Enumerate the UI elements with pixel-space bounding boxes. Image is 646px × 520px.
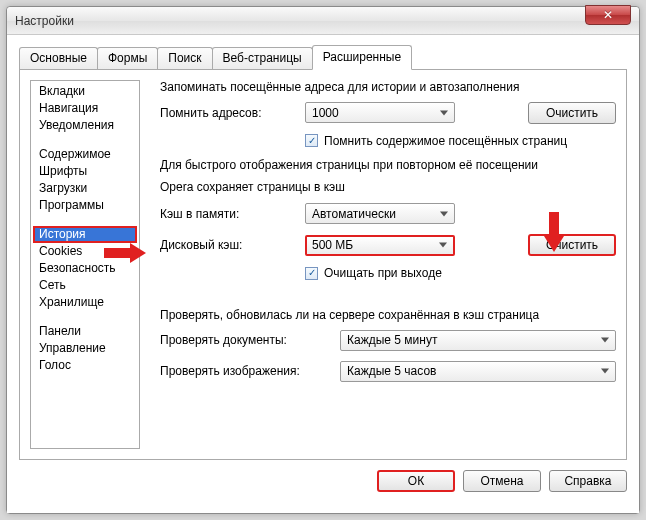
tab-search[interactable]: Поиск bbox=[157, 47, 212, 69]
sidebar-item-notifications[interactable]: Уведомления bbox=[33, 117, 137, 134]
sidebar: Вкладки Навигация Уведомления Содержимое… bbox=[30, 80, 140, 449]
chevron-down-icon bbox=[440, 110, 448, 115]
tab-basic[interactable]: Основные bbox=[19, 47, 98, 69]
cancel-button[interactable]: Отмена bbox=[463, 470, 541, 492]
diskcache-label: Дисковый кэш: bbox=[160, 238, 305, 252]
sidebar-item-network[interactable]: Сеть bbox=[33, 277, 137, 294]
tab-advanced[interactable]: Расширенные bbox=[312, 45, 413, 70]
close-icon: ✕ bbox=[603, 8, 613, 22]
memcache-label: Кэш в памяти: bbox=[160, 207, 305, 221]
annotation-arrow-down-icon bbox=[544, 236, 564, 252]
sidebar-item-tabs[interactable]: Вкладки bbox=[33, 83, 137, 100]
remember-addresses-dropdown[interactable]: 1000 bbox=[305, 102, 455, 123]
sidebar-item-storage[interactable]: Хранилище bbox=[33, 294, 137, 311]
history-pane: Запоминать посещённые адреса для истории… bbox=[140, 80, 616, 449]
window-title: Настройки bbox=[15, 14, 74, 28]
chevron-down-icon bbox=[601, 369, 609, 374]
sidebar-item-security[interactable]: Безопасность bbox=[33, 260, 137, 277]
clear-addresses-button[interactable]: Очистить bbox=[528, 102, 616, 124]
checkdocs-dropdown[interactable]: Каждые 5 минут bbox=[340, 330, 616, 351]
sidebar-item-fonts[interactable]: Шрифты bbox=[33, 163, 137, 180]
sidebar-item-programs[interactable]: Программы bbox=[33, 197, 137, 214]
remember-label: Помнить адресов: bbox=[160, 106, 305, 120]
clear-on-exit-checkbox[interactable]: ✓ bbox=[305, 267, 318, 280]
cache-desc-2: Opera сохраняет страницы в кэш bbox=[160, 180, 616, 196]
checkimgs-dropdown[interactable]: Каждые 5 часов bbox=[340, 361, 616, 382]
remember-content-label: Помнить содержимое посещённых страниц bbox=[324, 134, 567, 148]
close-button[interactable]: ✕ bbox=[585, 5, 631, 25]
checkdocs-row: Проверять документы: Каждые 5 минут bbox=[160, 330, 616, 351]
chevron-down-icon bbox=[440, 211, 448, 216]
cache-desc-1: Для быстрого отображения страницы при по… bbox=[160, 158, 616, 174]
checkimgs-label: Проверять изображения: bbox=[160, 364, 340, 378]
titlebar: Настройки ✕ bbox=[7, 7, 639, 35]
sidebar-item-panels[interactable]: Панели bbox=[33, 323, 137, 340]
help-button[interactable]: Справка bbox=[549, 470, 627, 492]
chevron-down-icon bbox=[601, 338, 609, 343]
tab-forms[interactable]: Формы bbox=[97, 47, 158, 69]
sidebar-item-history[interactable]: История bbox=[33, 226, 137, 243]
memcache-row: Кэш в памяти: Автоматически bbox=[160, 203, 616, 224]
tab-webpages[interactable]: Веб-страницы bbox=[212, 47, 313, 69]
sidebar-item-manage[interactable]: Управление bbox=[33, 340, 137, 357]
tabstrip: Основные Формы Поиск Веб-страницы Расшир… bbox=[19, 45, 627, 70]
clear-diskcache-button[interactable]: Очистить bbox=[528, 234, 616, 256]
clear-on-exit-row: ✓ Очищать при выходе bbox=[305, 266, 616, 280]
sidebar-item-content[interactable]: Содержимое bbox=[33, 146, 137, 163]
diskcache-dropdown[interactable]: 500 МБ bbox=[305, 235, 455, 256]
sidebar-item-navigation[interactable]: Навигация bbox=[33, 100, 137, 117]
client-area: Основные Формы Поиск Веб-страницы Расшир… bbox=[7, 35, 639, 513]
remember-row: Помнить адресов: 1000 Очистить bbox=[160, 102, 616, 124]
chevron-down-icon bbox=[439, 243, 447, 248]
ok-button[interactable]: ОК bbox=[377, 470, 455, 492]
remember-content-row: ✓ Помнить содержимое посещённых страниц bbox=[305, 134, 616, 148]
checkimgs-row: Проверять изображения: Каждые 5 часов bbox=[160, 361, 616, 382]
memcache-dropdown[interactable]: Автоматически bbox=[305, 203, 455, 224]
sidebar-item-downloads[interactable]: Загрузки bbox=[33, 180, 137, 197]
dialog-footer: ОК Отмена Справка bbox=[19, 460, 627, 492]
revalidate-desc: Проверять, обновилась ли на сервере сохр… bbox=[160, 308, 616, 324]
checkdocs-label: Проверять документы: bbox=[160, 333, 340, 347]
settings-window: Настройки ✕ Основные Формы Поиск Веб-стр… bbox=[6, 6, 640, 514]
clear-on-exit-label: Очищать при выходе bbox=[324, 266, 442, 280]
sidebar-item-voice[interactable]: Голос bbox=[33, 357, 137, 374]
remember-content-checkbox[interactable]: ✓ bbox=[305, 134, 318, 147]
history-desc: Запоминать посещённые адреса для истории… bbox=[160, 80, 616, 96]
annotation-arrow-right-icon bbox=[130, 243, 146, 263]
tab-body: Вкладки Навигация Уведомления Содержимое… bbox=[19, 70, 627, 460]
